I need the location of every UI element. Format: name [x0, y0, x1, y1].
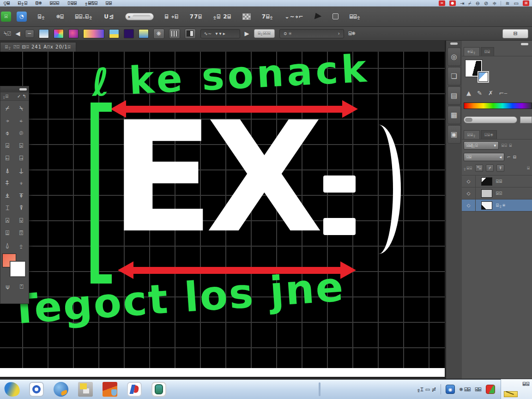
layer-row-1[interactable]: ◇ ⍃⌸: [462, 175, 532, 187]
lock-pixels-button[interactable]: ⌿: [486, 164, 494, 172]
archive-app-icon[interactable]: [151, 382, 166, 397]
tool-button[interactable]: ⌶: [0, 202, 14, 214]
slider-track[interactable]: [133, 15, 151, 18]
dock-panel-button[interactable]: ▣: [447, 125, 461, 144]
launch-icon[interactable]: ⇥: [460, 1, 464, 6]
grid-tool-button[interactable]: [169, 29, 180, 39]
preset-thumb-3[interactable]: [68, 29, 79, 38]
palette-actions[interactable]: ✓ ↰: [17, 94, 26, 99]
checkerboard-icon[interactable]: [242, 13, 251, 20]
taskbar-separator[interactable]: [319, 382, 320, 396]
tool-button[interactable]: ⍋: [0, 164, 14, 177]
tool-button[interactable]: ⌽: [0, 127, 14, 139]
color-slider-end[interactable]: [520, 116, 532, 123]
menu-edit[interactable]: ⍇⍚⌻: [18, 0, 28, 6]
preset-thumb-6[interactable]: [139, 29, 149, 38]
flow-option[interactable]: ⌸ ⍆⍇: [165, 13, 179, 20]
tray-volume-text[interactable]: ⍃⍄: [475, 387, 481, 393]
color-panel-icon[interactable]: ▲: [466, 90, 471, 97]
layer-row-2[interactable]: ◇ ⍄⌻: [462, 187, 532, 200]
tray-red-green-icon[interactable]: [486, 385, 495, 394]
sync-icon[interactable]: ⍀⍁: [4, 30, 11, 37]
swoosh-app-icon[interactable]: [3, 381, 21, 398]
grid-app-icon[interactable]: [78, 382, 93, 397]
color-thumbnail-small[interactable]: [478, 72, 488, 82]
save-settings-button[interactable]: ⌸⍚⍄⌻⍃: [254, 29, 275, 38]
panel-toggle-button[interactable]: ⊟: [502, 29, 528, 38]
tool-button[interactable]: ⍆: [0, 115, 14, 127]
tool-button[interactable]: ⍖: [14, 177, 28, 189]
tool-button[interactable]: ⍎: [0, 189, 14, 202]
menu-layer[interactable]: ⍄⌻⍇: [50, 0, 60, 6]
fill-icons[interactable]: ⌐ ⊟: [507, 155, 517, 159]
canvas[interactable]: ℓ ke sonack EX Tegoct los jne: [0, 52, 445, 368]
dock-minimize-pill[interactable]: [450, 42, 458, 45]
menu-view[interactable]: ⌺⍄: [106, 0, 112, 6]
tool-button[interactable]: ⍌: [14, 214, 28, 227]
size-option-button[interactable]: ⍄⌻.⍇⍚: [75, 13, 93, 20]
tool-button[interactable]: ⍔: [14, 227, 28, 239]
tool-button[interactable]: ⍓: [0, 214, 14, 227]
zoom-out-icon[interactable]: ⊖: [476, 1, 480, 6]
tool-button[interactable]: ⍕: [14, 189, 28, 202]
disable-icon[interactable]: ⊘: [484, 1, 488, 6]
tool-button[interactable]: ⍒: [14, 202, 28, 214]
lock-transparency-button[interactable]: °⍓: [475, 164, 483, 172]
tray-status-text[interactable]: ⍚⌶ ▭ ≓: [417, 387, 436, 393]
tab-swatches[interactable]: ⌼⍃: [481, 47, 494, 56]
tool-button[interactable]: ⍍: [0, 227, 14, 239]
ime-yellow-icon[interactable]: [504, 391, 518, 397]
fill-dropdown[interactable]: ⌺⍄ ◂: [464, 153, 504, 161]
menu-image[interactable]: ⌼⍟: [36, 0, 42, 6]
tool-button[interactable]: ⍃: [0, 139, 14, 152]
wave-icon[interactable]: ≋: [505, 1, 509, 6]
workspace-dropdown[interactable]: ≎ ⍟ ›: [279, 29, 344, 38]
tool-button[interactable]: ⍀: [14, 102, 28, 115]
dock-panel-button[interactable]: ▦: [447, 106, 461, 124]
sphere-app-icon[interactable]: [54, 382, 68, 397]
collapse-button[interactable]: −: [25, 30, 34, 38]
screenmode-tool-button[interactable]: ⍞: [20, 283, 24, 290]
tab-layers[interactable]: ⍃⌸⍚: [464, 130, 480, 139]
lock-position-button[interactable]: ⍒: [496, 164, 504, 172]
doc-badge-icon[interactable]: ⊞: [523, 0, 529, 6]
menu-file[interactable]: ⍜⌸: [4, 0, 10, 6]
gradient-strip-thumb[interactable]: [83, 29, 104, 38]
tray-network-text[interactable]: ⍟ ⌻⍄: [459, 387, 471, 393]
menu-filter[interactable]: ⍚⌸⍂⌻: [85, 0, 98, 6]
layer-thumbnail[interactable]: [481, 177, 492, 186]
layer-row-3-selected[interactable]: ◇ ⌸⍚⍟: [462, 200, 532, 212]
minimize-pill-icon[interactable]: [19, 88, 27, 91]
tower-app-icon[interactable]: [103, 382, 117, 397]
play-arrow-icon[interactable]: ▶: [245, 30, 249, 37]
layer-name[interactable]: ⍄⌻: [496, 191, 502, 196]
tool-icon[interactable]: ⌿: [468, 1, 472, 6]
color-panel-icon[interactable]: ✎: [477, 90, 482, 97]
layer-name[interactable]: ⌸⍚⍟: [496, 203, 506, 208]
tool-button[interactable]: ⍙: [0, 239, 14, 252]
mask-tool-button[interactable]: [185, 29, 196, 39]
menu-select[interactable]: ⌷⍃⍄: [67, 0, 77, 6]
blue-app-icon[interactable]: ◔: [17, 12, 27, 22]
document-app-icon[interactable]: [127, 382, 142, 397]
angle-option[interactable]: 7⌸⍚: [262, 13, 274, 20]
tool-button[interactable]: ⍅: [14, 115, 28, 127]
tool-preset-button[interactable]: ⍃⍚: [38, 13, 45, 20]
color-spectrum-bar[interactable]: [464, 103, 532, 109]
back-arrow-icon[interactable]: ◀: [16, 30, 20, 37]
units-button[interactable]: U⊴: [104, 13, 114, 20]
red-badge-icon-2[interactable]: ●: [449, 0, 456, 6]
language-bar[interactable]: ⌸⍓: [501, 379, 532, 399]
lock-all-icon[interactable]: ⌸: [527, 166, 530, 171]
color-panel-icon[interactable]: ✗: [488, 90, 493, 97]
panel-minimize-pill[interactable]: [521, 43, 528, 45]
brush-options-dropdown[interactable]: ∿∼ ▾ ▾ ▸: [200, 29, 240, 38]
airbrush-checkbox[interactable]: [332, 13, 339, 19]
blend-mode-dropdown[interactable]: ⍓⌸|⍚⌻ ▾: [464, 141, 499, 150]
dock-panel-button[interactable]: ◎: [447, 48, 461, 66]
tool-button[interactable]: ⌾: [14, 127, 28, 139]
document-tab[interactable]: ⌸⍚ ⍁⌻ ⊟⌹ 241 A⌼x 20/1⍄: [0, 42, 76, 52]
preset-thumb-4[interactable]: [109, 29, 119, 38]
red-badge-icon[interactable]: ≡: [439, 0, 445, 6]
tool-button[interactable]: ⍇: [0, 152, 14, 164]
